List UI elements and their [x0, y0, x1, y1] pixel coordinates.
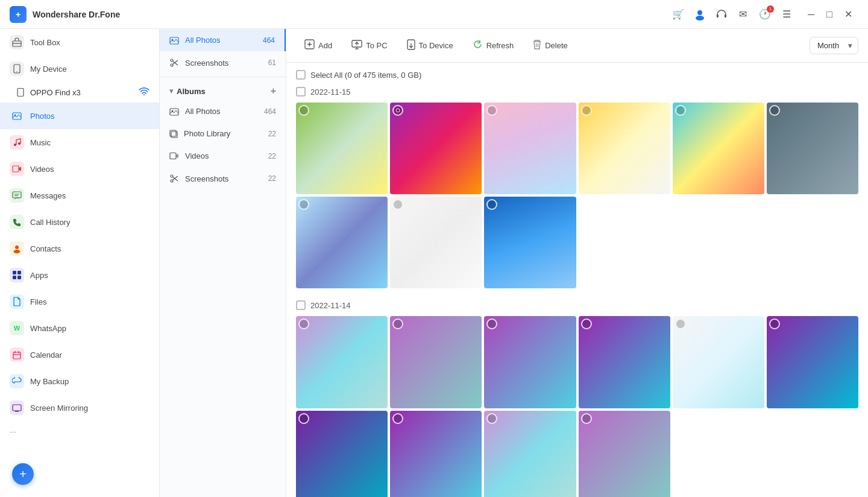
photo-thumb[interactable] — [296, 197, 388, 288]
sidebar: Tool Box My Device OPPO Find x3 Photos — [0, 29, 160, 497]
sidebar-label-files: Files — [30, 297, 46, 306]
mid-count-screenshots: 61 — [268, 59, 276, 67]
add-button[interactable]: Add — [296, 35, 341, 56]
fab-button[interactable]: + — [12, 463, 34, 485]
photo-thumb[interactable] — [484, 103, 576, 194]
sidebar-item-videos[interactable]: Videos — [0, 156, 159, 182]
sidebar-item-apps[interactable]: Apps — [0, 262, 159, 288]
videos-icon — [10, 162, 24, 176]
minimize-button[interactable]: ─ — [802, 0, 820, 29]
svg-point-41 — [171, 175, 173, 177]
sidebar-item-whatsapp[interactable]: W WhatsApp — [0, 315, 159, 341]
main-layout: Tool Box My Device OPPO Find x3 Photos — [0, 29, 868, 497]
notification-icon[interactable]: 🕐 1 — [758, 8, 772, 21]
add-album-button[interactable]: + — [271, 86, 276, 97]
svg-rect-40 — [170, 153, 176, 159]
photo-thumb[interactable] — [767, 316, 858, 408]
photo-thumb[interactable] — [579, 103, 670, 194]
refresh-label: Refresh — [486, 41, 514, 50]
sidebar-item-messages[interactable]: Messages — [0, 182, 159, 209]
sidebar-item-mybackup[interactable]: My Backup — [0, 368, 159, 394]
sidebar-item-screenmirror[interactable]: Screen Mirroring — [0, 394, 159, 421]
sidebar-item-files[interactable]: Files — [0, 288, 159, 315]
headset-icon[interactable] — [715, 8, 728, 21]
sidebar-item-calendar[interactable]: Calendar — [0, 341, 159, 368]
titlebar: + Wondershare Dr.Fone 🛒 ✉ 🕐 1 ☰ ─ □ ✕ — [0, 0, 868, 29]
mid-album-photolibrary[interactable]: Photo Library 22 — [160, 122, 286, 145]
photo-thumb[interactable] — [296, 411, 388, 497]
svg-rect-22 — [13, 276, 16, 279]
svg-line-34 — [173, 62, 178, 66]
mid-item-screenshots[interactable]: Screenshots 61 — [160, 51, 286, 74]
sidebar-item-photos[interactable]: Photos — [0, 103, 159, 129]
app-title: Wondershare Dr.Fone — [33, 10, 120, 19]
photo-thumb[interactable] — [579, 316, 670, 408]
photo-thumb[interactable] — [767, 103, 858, 194]
svg-rect-2 — [717, 14, 719, 17]
svg-line-43 — [173, 177, 178, 182]
menu-icon[interactable]: ☰ — [780, 8, 793, 21]
photo-thumb[interactable] — [673, 103, 764, 194]
photolibrary-icon — [169, 130, 178, 138]
photo-thumb[interactable] — [484, 316, 576, 408]
date-checkbox-2[interactable] — [296, 300, 306, 310]
photo-thumb[interactable] — [390, 411, 482, 497]
allphotos-mid-icon — [169, 36, 179, 45]
album-scissors-icon — [169, 174, 179, 183]
photo-thumb[interactable] — [390, 197, 482, 288]
refresh-button[interactable]: Refresh — [464, 35, 523, 56]
mid-album-screenshots[interactable]: Screenshots 22 — [160, 167, 286, 190]
delete-button[interactable]: Delete — [524, 35, 576, 56]
svg-rect-23 — [17, 276, 21, 279]
photo-thumb[interactable] — [296, 103, 388, 194]
sidebar-item-more[interactable]: ··· — [0, 421, 159, 442]
sidebar-item-toolbox[interactable]: Tool Box — [0, 29, 159, 55]
svg-line-44 — [173, 176, 178, 180]
sidebar-label-videos: Videos — [30, 165, 54, 174]
to-pc-button[interactable]: To PC — [343, 36, 395, 56]
close-button[interactable]: ✕ — [838, 0, 858, 29]
sidebar-item-callhistory[interactable]: Call History — [0, 209, 159, 235]
sidebar-item-contacts[interactable]: Contacts — [0, 235, 159, 262]
date-checkbox-1[interactable] — [296, 87, 306, 97]
photo-thumb[interactable] — [579, 411, 670, 497]
delete-label: Delete — [545, 41, 568, 50]
photo-thumb[interactable] — [390, 316, 482, 408]
calendar-icon — [10, 347, 24, 362]
svg-point-7 — [16, 71, 17, 72]
albums-section-header[interactable]: ▾ Albums + — [160, 80, 286, 100]
apps-icon — [10, 268, 24, 282]
mid-label-screenshots: Screenshots — [185, 59, 228, 68]
device-entry[interactable]: OPPO Find x3 — [0, 82, 159, 103]
maximize-button[interactable]: □ — [820, 0, 838, 29]
mid-album-count-photolibrary: 22 — [268, 130, 276, 138]
select-all-checkbox[interactable] — [296, 70, 306, 80]
mid-item-allphotos[interactable]: All Photos 464 — [160, 29, 286, 51]
photos-scroll[interactable]: Select All (0 of 475 items, 0 GB) 2022-1… — [286, 63, 868, 497]
photo-thumb[interactable] — [484, 197, 576, 288]
mid-album-allphotos[interactable]: All Photos 464 — [160, 100, 286, 122]
to-pc-icon — [351, 40, 362, 52]
sidebar-item-mydevice[interactable]: My Device — [0, 55, 159, 82]
cart-icon[interactable]: 🛒 — [671, 8, 685, 21]
mid-album-label-photolibrary: Photo Library — [184, 129, 230, 138]
wifi-icon — [139, 87, 149, 98]
callhistory-icon — [10, 215, 24, 229]
photo-thumb[interactable] — [673, 316, 764, 408]
photo-check — [675, 105, 686, 116]
month-select[interactable]: Month Day Year — [810, 37, 858, 54]
sidebar-label-screenmirror: Screen Mirroring — [30, 404, 88, 413]
mid-divider — [160, 77, 286, 77]
sidebar-label-whatsapp: WhatsApp — [30, 324, 66, 333]
photo-thumb[interactable] — [390, 103, 482, 194]
photo-thumb[interactable] — [296, 316, 388, 408]
mid-album-videos[interactable]: Videos 22 — [160, 145, 286, 167]
date-group-1: 2022-11-15 — [296, 87, 858, 288]
screenmirror-icon — [10, 400, 24, 415]
sidebar-item-music[interactable]: Music — [0, 129, 159, 156]
photo-thumb[interactable] — [484, 411, 576, 497]
mail-icon[interactable]: ✉ — [737, 8, 750, 21]
to-device-button[interactable]: To Device — [398, 35, 462, 57]
svg-point-18 — [15, 245, 19, 249]
user-icon[interactable] — [693, 8, 706, 21]
